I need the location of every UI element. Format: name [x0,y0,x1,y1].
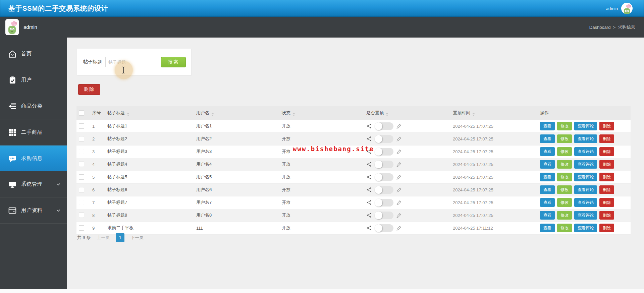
edit-pin-icon[interactable] [396,149,401,154]
share-icon[interactable] [366,200,372,205]
edit-button[interactable]: 修改 [557,185,572,194]
pin-toggle[interactable] [375,135,393,143]
edit-button[interactable]: 修改 [557,160,572,169]
share-icon[interactable] [366,225,372,231]
row-checkbox[interactable] [79,149,84,154]
edit-button[interactable]: 修改 [557,147,572,156]
bulk-delete-button[interactable]: 删除 [78,84,100,95]
topbar-username[interactable]: admin [606,6,618,11]
view-button[interactable]: 查看 [540,211,555,220]
select-all-checkbox[interactable] [79,110,84,116]
pin-toggle[interactable] [375,161,393,168]
view-comments-button[interactable]: 查看评论 [574,185,597,194]
edit-button[interactable]: 修改 [557,211,572,220]
sort-caret-icon[interactable] [386,113,388,116]
row-checkbox[interactable] [79,213,84,218]
share-icon[interactable] [366,162,372,167]
pin-toggle[interactable] [375,148,393,156]
delete-row-button[interactable]: 删除 [599,185,614,194]
edit-pin-icon[interactable] [396,136,401,141]
row-checkbox[interactable] [79,225,84,231]
sort-caret-icon[interactable] [127,113,129,116]
sidebar-item-requests[interactable]: 求购信息 [0,145,67,171]
column-header-status[interactable]: 状态 [279,106,364,120]
topbar-user-area[interactable]: admin [606,0,633,17]
sidebar-item-home[interactable]: 首页 [0,41,67,67]
edit-pin-icon[interactable] [396,162,401,167]
pin-toggle[interactable] [375,199,393,207]
toggle-knob [375,199,382,207]
row-checkbox[interactable] [79,200,84,205]
sidebar-item-users[interactable]: 用户 [0,67,67,93]
delete-row-button[interactable]: 删除 [599,134,614,143]
view-comments-button[interactable]: 查看评论 [574,122,597,130]
pin-toggle[interactable] [375,224,393,232]
share-icon[interactable] [366,174,372,180]
edit-pin-icon[interactable] [396,187,401,192]
view-button[interactable]: 查看 [540,224,555,232]
column-header-title[interactable]: 帖子标题 [105,106,194,120]
breadcrumb-root[interactable]: Dashboard [589,25,611,30]
sidebar-item-system[interactable]: 系统管理 [0,171,67,197]
view-button[interactable]: 查看 [540,122,555,130]
view-button[interactable]: 查看 [540,160,555,169]
delete-row-button[interactable]: 删除 [599,173,614,181]
view-comments-button[interactable]: 查看评论 [574,147,597,156]
edit-button[interactable]: 修改 [557,134,572,143]
share-icon[interactable] [366,213,372,218]
column-header-pinned[interactable]: 是否置顶 [364,106,450,120]
sidebar-item-profile[interactable]: 用户资料 [0,197,67,224]
delete-row-button[interactable]: 删除 [599,211,614,220]
view-comments-button[interactable]: 查看评论 [574,198,597,207]
delete-row-button[interactable]: 删除 [599,147,614,156]
edit-button[interactable]: 修改 [557,173,572,181]
pin-toggle[interactable] [375,122,393,130]
edit-pin-icon[interactable] [396,200,401,205]
share-icon[interactable] [366,123,372,129]
row-checkbox[interactable] [79,136,84,141]
view-comments-button[interactable]: 查看评论 [574,224,597,232]
view-comments-button[interactable]: 查看评论 [574,211,597,220]
column-header-user[interactable]: 用户名 [194,106,279,120]
page-1-button[interactable]: 1 [116,233,124,242]
view-button[interactable]: 查看 [540,198,555,207]
edit-button[interactable]: 修改 [557,224,572,232]
sidebar-item-categories[interactable]: 商品分类 [0,93,67,119]
app-title: 基于SSM的二手交易系统的设计 [8,4,108,13]
delete-row-button[interactable]: 删除 [599,160,614,169]
sort-caret-icon[interactable] [211,113,214,116]
search-button[interactable]: 搜索 [161,57,186,67]
row-checkbox[interactable] [79,187,84,192]
sort-caret-icon[interactable] [472,113,475,116]
next-page-button[interactable]: 下一页 [130,235,144,241]
edit-button[interactable]: 修改 [557,198,572,207]
edit-pin-icon[interactable] [396,175,401,180]
edit-pin-icon[interactable] [396,226,401,231]
pin-toggle[interactable] [375,186,393,194]
column-header-pin-time[interactable]: 置顶时间 [450,106,538,120]
share-icon[interactable] [366,136,372,141]
view-button[interactable]: 查看 [540,185,555,194]
row-checkbox[interactable] [79,174,84,180]
view-button[interactable]: 查看 [540,173,555,181]
view-comments-button[interactable]: 查看评论 [574,173,597,181]
pin-toggle[interactable] [375,173,393,181]
user-avatar-icon[interactable] [621,3,633,14]
view-comments-button[interactable]: 查看评论 [574,160,597,169]
pin-toggle[interactable] [375,212,393,219]
edit-pin-icon[interactable] [396,213,401,218]
row-checkbox[interactable] [79,162,84,167]
edit-pin-icon[interactable] [396,124,401,129]
view-button[interactable]: 查看 [540,134,555,143]
delete-row-button[interactable]: 删除 [599,122,614,130]
row-checkbox[interactable] [79,123,84,129]
view-comments-button[interactable]: 查看评论 [574,134,597,143]
prev-page-button[interactable]: 上一页 [97,235,110,241]
share-icon[interactable] [366,187,372,192]
delete-row-button[interactable]: 删除 [599,224,614,232]
delete-row-button[interactable]: 删除 [599,198,614,207]
view-button[interactable]: 查看 [540,147,555,156]
sort-caret-icon[interactable] [292,113,295,116]
edit-button[interactable]: 修改 [557,122,572,130]
sidebar-item-products[interactable]: 二手商品 [0,119,67,145]
